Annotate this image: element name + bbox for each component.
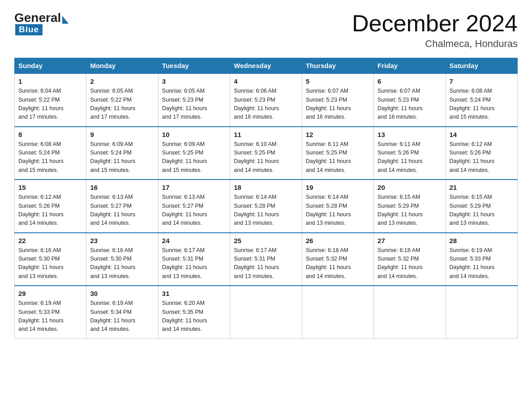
calendar-cell [374,286,446,338]
calendar-week-row: 1Sunrise: 6:04 AMSunset: 5:22 PMDaylight… [15,73,518,127]
col-header-monday: Monday [86,58,158,74]
calendar-cell: 28Sunrise: 6:19 AMSunset: 5:33 PMDayligh… [446,233,517,286]
calendar-cell: 31Sunrise: 6:20 AMSunset: 5:35 PMDayligh… [158,286,230,338]
day-number: 8 [18,131,82,138]
day-info: Sunrise: 6:05 AMSunset: 5:22 PMDaylight:… [90,87,154,122]
day-info: Sunrise: 6:05 AMSunset: 5:23 PMDaylight:… [162,87,226,122]
day-number: 2 [90,77,154,85]
calendar-cell: 5Sunrise: 6:07 AMSunset: 5:23 PMDaylight… [302,73,373,127]
day-number: 11 [234,131,298,138]
col-header-friday: Friday [374,58,446,74]
day-number: 18 [234,184,298,191]
calendar-cell: 17Sunrise: 6:13 AMSunset: 5:27 PMDayligh… [158,180,230,233]
page-header: General Blue December 2024 Chalmeca, Hon… [14,11,518,50]
month-year-title: December 2024 [352,11,518,36]
day-number: 17 [162,184,226,191]
day-number: 13 [378,131,442,138]
calendar-cell: 14Sunrise: 6:12 AMSunset: 5:26 PMDayligh… [446,127,517,180]
day-number: 26 [306,237,370,244]
calendar-cell: 16Sunrise: 6:13 AMSunset: 5:27 PMDayligh… [86,180,158,233]
calendar-cell [302,286,373,338]
day-number: 29 [18,290,82,297]
day-info: Sunrise: 6:10 AMSunset: 5:25 PMDaylight:… [234,140,298,175]
day-number: 28 [450,237,514,244]
calendar-cell: 12Sunrise: 6:11 AMSunset: 5:25 PMDayligh… [302,127,373,180]
day-number: 27 [378,237,442,244]
calendar-cell: 11Sunrise: 6:10 AMSunset: 5:25 PMDayligh… [230,127,302,180]
calendar-cell: 23Sunrise: 6:16 AMSunset: 5:30 PMDayligh… [86,233,158,286]
day-number: 4 [234,77,298,85]
calendar-cell: 1Sunrise: 6:04 AMSunset: 5:22 PMDaylight… [15,73,86,127]
calendar-cell: 9Sunrise: 6:09 AMSunset: 5:24 PMDaylight… [86,127,158,180]
day-info: Sunrise: 6:18 AMSunset: 5:32 PMDaylight:… [306,246,370,281]
day-info: Sunrise: 6:14 AMSunset: 5:28 PMDaylight:… [234,193,298,228]
day-info: Sunrise: 6:08 AMSunset: 5:24 PMDaylight:… [450,87,514,122]
col-header-thursday: Thursday [302,58,373,74]
calendar-cell: 4Sunrise: 6:06 AMSunset: 5:23 PMDaylight… [230,73,302,127]
day-number: 21 [450,184,514,191]
day-info: Sunrise: 6:11 AMSunset: 5:26 PMDaylight:… [378,140,442,175]
day-number: 3 [162,77,226,85]
day-number: 22 [18,237,82,244]
day-info: Sunrise: 6:04 AMSunset: 5:22 PMDaylight:… [18,87,82,122]
calendar-cell [446,286,517,338]
day-info: Sunrise: 6:09 AMSunset: 5:25 PMDaylight:… [162,140,226,175]
col-header-saturday: Saturday [446,58,517,74]
calendar-cell: 26Sunrise: 6:18 AMSunset: 5:32 PMDayligh… [302,233,373,286]
logo-arrow-icon [62,16,69,24]
title-block: December 2024 Chalmeca, Honduras [352,11,518,50]
calendar-cell: 20Sunrise: 6:15 AMSunset: 5:29 PMDayligh… [374,180,446,233]
day-info: Sunrise: 6:20 AMSunset: 5:35 PMDaylight:… [162,299,226,334]
calendar-cell: 30Sunrise: 6:19 AMSunset: 5:34 PMDayligh… [86,286,158,338]
day-info: Sunrise: 6:19 AMSunset: 5:33 PMDaylight:… [450,246,514,281]
calendar-cell: 19Sunrise: 6:14 AMSunset: 5:28 PMDayligh… [302,180,373,233]
day-number: 9 [90,131,154,138]
calendar-cell: 29Sunrise: 6:19 AMSunset: 5:33 PMDayligh… [15,286,86,338]
calendar-cell: 21Sunrise: 6:15 AMSunset: 5:29 PMDayligh… [446,180,517,233]
day-number: 23 [90,237,154,244]
calendar-cell: 6Sunrise: 6:07 AMSunset: 5:23 PMDaylight… [374,73,446,127]
calendar-cell: 27Sunrise: 6:18 AMSunset: 5:32 PMDayligh… [374,233,446,286]
logo-blue-text: Blue [15,24,43,35]
day-info: Sunrise: 6:19 AMSunset: 5:34 PMDaylight:… [90,299,154,334]
day-info: Sunrise: 6:13 AMSunset: 5:27 PMDaylight:… [162,193,226,228]
col-header-tuesday: Tuesday [158,58,230,74]
day-number: 7 [450,77,514,85]
calendar-cell: 2Sunrise: 6:05 AMSunset: 5:22 PMDaylight… [86,73,158,127]
day-number: 10 [162,131,226,138]
col-header-sunday: Sunday [15,58,86,74]
calendar-week-row: 15Sunrise: 6:12 AMSunset: 5:26 PMDayligh… [15,180,518,233]
calendar-cell: 7Sunrise: 6:08 AMSunset: 5:24 PMDaylight… [446,73,517,127]
calendar-table: SundayMondayTuesdayWednesdayThursdayFrid… [14,58,518,339]
calendar-cell: 8Sunrise: 6:08 AMSunset: 5:24 PMDaylight… [15,127,86,180]
calendar-cell: 22Sunrise: 6:16 AMSunset: 5:30 PMDayligh… [15,233,86,286]
day-number: 5 [306,77,370,85]
calendar-cell: 25Sunrise: 6:17 AMSunset: 5:31 PMDayligh… [230,233,302,286]
day-number: 12 [306,131,370,138]
calendar-cell: 24Sunrise: 6:17 AMSunset: 5:31 PMDayligh… [158,233,230,286]
day-info: Sunrise: 6:19 AMSunset: 5:33 PMDaylight:… [18,299,82,334]
day-number: 30 [90,290,154,297]
calendar-week-row: 8Sunrise: 6:08 AMSunset: 5:24 PMDaylight… [15,127,518,180]
day-info: Sunrise: 6:13 AMSunset: 5:27 PMDaylight:… [90,193,154,228]
calendar-cell: 13Sunrise: 6:11 AMSunset: 5:26 PMDayligh… [374,127,446,180]
day-info: Sunrise: 6:08 AMSunset: 5:24 PMDaylight:… [18,140,82,175]
day-number: 1 [18,77,82,85]
day-number: 6 [378,77,442,85]
logo-general-text: General [14,11,61,25]
day-info: Sunrise: 6:12 AMSunset: 5:26 PMDaylight:… [450,140,514,175]
day-info: Sunrise: 6:07 AMSunset: 5:23 PMDaylight:… [306,87,370,122]
logo: General Blue [14,11,69,35]
col-header-wednesday: Wednesday [230,58,302,74]
calendar-cell [230,286,302,338]
day-number: 19 [306,184,370,191]
day-number: 16 [90,184,154,191]
day-number: 15 [18,184,82,191]
calendar-cell: 15Sunrise: 6:12 AMSunset: 5:26 PMDayligh… [15,180,86,233]
day-info: Sunrise: 6:16 AMSunset: 5:30 PMDaylight:… [18,246,82,281]
day-number: 31 [162,290,226,297]
calendar-week-row: 22Sunrise: 6:16 AMSunset: 5:30 PMDayligh… [15,233,518,286]
day-info: Sunrise: 6:11 AMSunset: 5:25 PMDaylight:… [306,140,370,175]
day-info: Sunrise: 6:17 AMSunset: 5:31 PMDaylight:… [234,246,298,281]
calendar-cell: 3Sunrise: 6:05 AMSunset: 5:23 PMDaylight… [158,73,230,127]
